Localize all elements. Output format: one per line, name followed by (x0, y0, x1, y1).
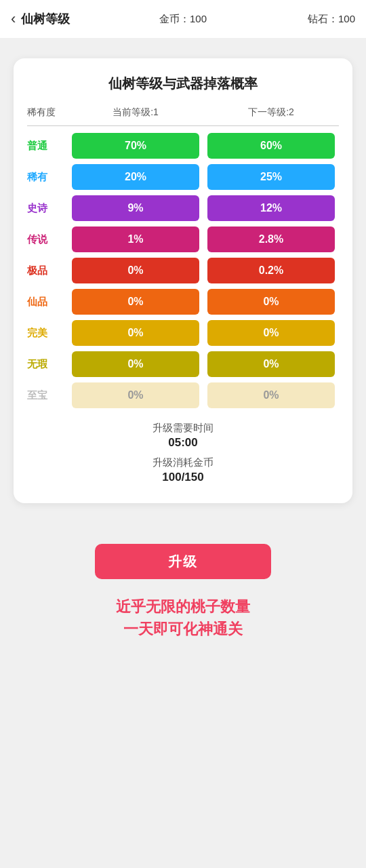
rarity-label: 史诗 (27, 202, 68, 215)
rarity-label: 至宝 (27, 389, 68, 402)
coins-display: 金币：100 (159, 13, 207, 26)
current-bar: 0% (72, 351, 199, 377)
diamonds-display: 钻石：100 (308, 13, 355, 26)
promo-text: 近乎无限的桃子数量 一天即可化神通关 (116, 595, 250, 640)
upgrade-time-value: 05:00 (27, 436, 339, 450)
table-row: 稀有20%25% (27, 164, 339, 190)
next-bar: 0% (207, 382, 335, 408)
upgrade-cost-label: 升级消耗金币 (27, 456, 339, 469)
rarity-label: 仙品 (27, 296, 68, 309)
current-bar-cell: 0% (68, 258, 203, 283)
current-bar-cell: 9% (68, 195, 203, 221)
next-bar: 25% (207, 164, 335, 190)
next-bar: 0% (207, 289, 335, 315)
rarity-label: 传说 (27, 233, 68, 246)
header: ‹ 仙树等级 金币：100 钻石：100 (0, 0, 366, 38)
card-title: 仙树等级与武器掉落概率 (27, 75, 339, 93)
table-row: 史诗9%12% (27, 195, 339, 221)
current-bar-cell: 70% (68, 133, 203, 159)
current-bar-cell: 0% (68, 289, 203, 315)
bottom-area: 升级 近乎无限的桃子数量 一天即可化神通关 (0, 517, 366, 654)
table-row: 极品0%0.2% (27, 258, 339, 283)
upgrade-time-label: 升级需要时间 (27, 422, 339, 435)
next-bar-cell: 0% (203, 382, 339, 408)
next-bar-cell: 0.2% (203, 258, 339, 283)
next-bar-cell: 2.8% (203, 226, 339, 252)
table-row: 仙品0%0% (27, 289, 339, 315)
current-bar: 0% (72, 382, 199, 408)
current-bar-cell: 0% (68, 320, 203, 346)
next-bar-cell: 12% (203, 195, 339, 221)
col-current-header: 当前等级:1 (68, 106, 203, 119)
promo-line1: 近乎无限的桃子数量 (116, 595, 250, 618)
col-next-header: 下一等级:2 (203, 106, 339, 119)
table-row: 无瑕0%0% (27, 351, 339, 377)
back-button[interactable]: ‹ (11, 10, 16, 28)
current-bar: 0% (72, 289, 199, 315)
rarity-label: 极品 (27, 264, 68, 277)
next-bar-cell: 0% (203, 320, 339, 346)
current-bar: 1% (72, 226, 199, 252)
table-divider (27, 125, 339, 126)
next-bar-cell: 0% (203, 351, 339, 377)
main-content: 仙树等级与武器掉落概率 稀有度 当前等级:1 下一等级:2 普通70%60%稀有… (0, 38, 366, 517)
next-bar: 0.2% (207, 258, 335, 283)
next-bar: 0% (207, 320, 335, 346)
rarity-label: 完美 (27, 327, 68, 340)
next-bar: 12% (207, 195, 335, 221)
upgrade-cost-value: 100/150 (27, 471, 339, 484)
page-title: 仙树等级 (21, 11, 70, 27)
table-body: 普通70%60%稀有20%25%史诗9%12%传说1%2.8%极品0%0.2%仙… (27, 133, 339, 408)
next-bar: 0% (207, 351, 335, 377)
current-bar: 70% (72, 133, 199, 159)
next-bar: 2.8% (207, 226, 335, 252)
promo-line2: 一天即可化神通关 (116, 618, 250, 640)
table-header: 稀有度 当前等级:1 下一等级:2 (27, 106, 339, 119)
info-card: 仙树等级与武器掉落概率 稀有度 当前等级:1 下一等级:2 普通70%60%稀有… (14, 58, 352, 503)
rarity-label: 普通 (27, 140, 68, 153)
table-row: 完美0%0% (27, 320, 339, 346)
next-bar-cell: 25% (203, 164, 339, 190)
upgrade-info: 升级需要时间 05:00 升级消耗金币 100/150 (27, 422, 339, 484)
current-bar-cell: 1% (68, 226, 203, 252)
next-bar-cell: 60% (203, 133, 339, 159)
upgrade-button[interactable]: 升级 (95, 544, 271, 579)
next-bar-cell: 0% (203, 289, 339, 315)
current-bar: 9% (72, 195, 199, 221)
current-bar: 0% (72, 320, 199, 346)
current-bar: 0% (72, 258, 199, 283)
current-bar: 20% (72, 164, 199, 190)
next-bar: 60% (207, 133, 335, 159)
rarity-label: 稀有 (27, 171, 68, 184)
current-bar-cell: 0% (68, 351, 203, 377)
rarity-label: 无瑕 (27, 358, 68, 371)
current-bar-cell: 20% (68, 164, 203, 190)
table-row: 至宝0%0% (27, 382, 339, 408)
col-rarity-header: 稀有度 (27, 106, 68, 119)
table-row: 普通70%60% (27, 133, 339, 159)
table-row: 传说1%2.8% (27, 226, 339, 252)
current-bar-cell: 0% (68, 382, 203, 408)
